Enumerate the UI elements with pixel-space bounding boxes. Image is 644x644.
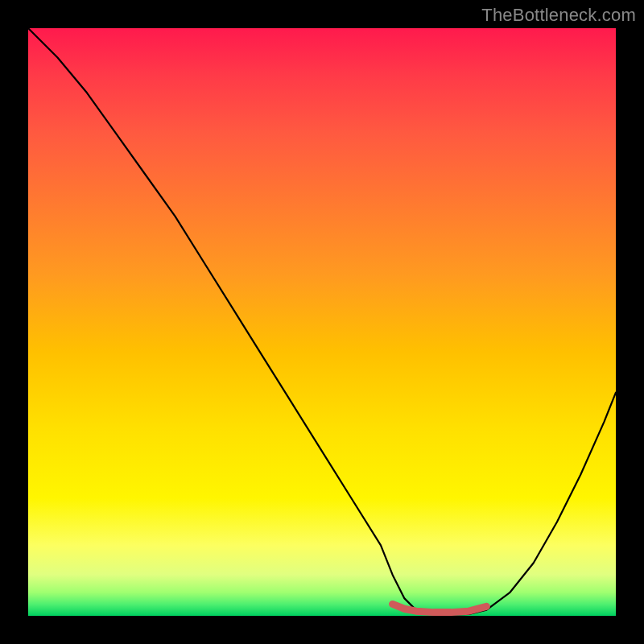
chart-svg [28,28,616,616]
plot-area [28,28,616,616]
watermark-text: TheBottleneck.com [481,5,636,26]
optimal-band-path [393,604,487,612]
bottleneck-curve-path [28,28,616,615]
chart-frame: TheBottleneck.com [0,0,644,644]
